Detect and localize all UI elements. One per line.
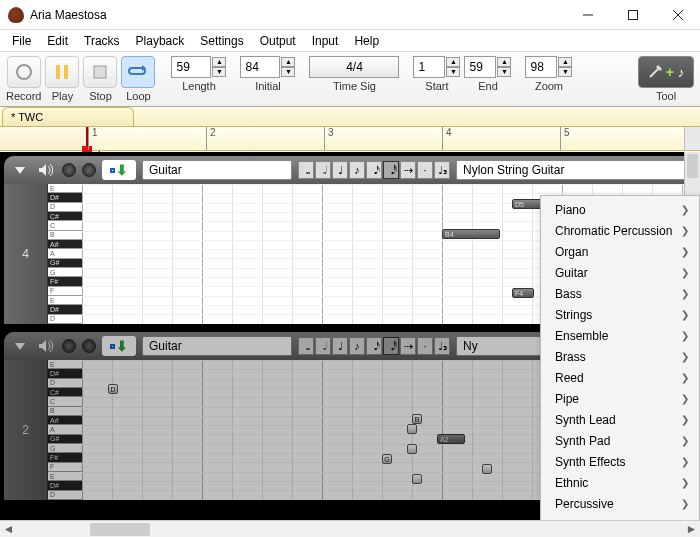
- track-volume-icon[interactable]: [36, 336, 56, 356]
- piano-key-F[interactable]: F: [48, 463, 82, 472]
- menu-settings[interactable]: Settings: [192, 32, 251, 50]
- measure-ruler[interactable]: 4 12345: [0, 127, 700, 151]
- note[interactable]: G: [382, 454, 392, 464]
- note[interactable]: [407, 444, 417, 454]
- piano-key-F#[interactable]: F#: [48, 277, 82, 286]
- track-collapse-button[interactable]: [10, 336, 30, 356]
- track-name-field[interactable]: Guitar: [142, 336, 292, 356]
- menu-item-ensemble[interactable]: Ensemble❯: [541, 325, 699, 346]
- piano-key-C#[interactable]: C#: [48, 388, 82, 397]
- note-value-4[interactable]: 𝅘𝅥𝅯: [366, 337, 382, 355]
- note-value-1[interactable]: 𝅗𝅥: [315, 337, 331, 355]
- menu-output[interactable]: Output: [252, 32, 304, 50]
- maximize-button[interactable]: [610, 0, 655, 29]
- piano-key-B[interactable]: B: [48, 407, 82, 416]
- menu-item-chromatic-percussion[interactable]: Chromatic Percussion❯: [541, 220, 699, 241]
- minimize-button[interactable]: [565, 0, 610, 29]
- menu-playback[interactable]: Playback: [128, 32, 193, 50]
- end-input[interactable]: [464, 56, 496, 78]
- start-spinner[interactable]: ▲▼: [446, 57, 460, 77]
- menu-input[interactable]: Input: [304, 32, 347, 50]
- start-input[interactable]: [413, 56, 445, 78]
- piano-key-B[interactable]: B: [48, 231, 82, 240]
- piano-keys[interactable]: ED#DC#CBA#AG#GF#FED#D: [48, 360, 82, 500]
- piano-key-A#[interactable]: A#: [48, 240, 82, 249]
- menu-file[interactable]: File: [4, 32, 39, 50]
- menu-item-reed[interactable]: Reed❯: [541, 367, 699, 388]
- horizontal-scrollbar[interactable]: ◄ ►: [0, 520, 700, 537]
- menu-item-pipe[interactable]: Pipe❯: [541, 388, 699, 409]
- menu-item-synth-pad[interactable]: Synth Pad❯: [541, 430, 699, 451]
- piano-key-G#[interactable]: G#: [48, 435, 82, 444]
- piano-key-C#[interactable]: C#: [48, 212, 82, 221]
- stop-button[interactable]: [83, 56, 117, 88]
- length-spinner[interactable]: ▲▼: [212, 57, 226, 77]
- menu-tracks[interactable]: Tracks: [76, 32, 128, 50]
- track-solo-button[interactable]: [82, 163, 96, 177]
- piano-key-E[interactable]: E: [48, 184, 82, 193]
- record-button[interactable]: [7, 56, 41, 88]
- piano-key-D[interactable]: D: [48, 203, 82, 212]
- menu-help[interactable]: Help: [346, 32, 387, 50]
- play-button[interactable]: [45, 56, 79, 88]
- vscroll-thumb[interactable]: [687, 154, 698, 178]
- note-value-8[interactable]: ♩₃: [434, 161, 450, 179]
- note-value-0[interactable]: 𝅝: [298, 337, 314, 355]
- piano-key-F#[interactable]: F#: [48, 453, 82, 462]
- piano-key-C[interactable]: C: [48, 221, 82, 230]
- note[interactable]: A2: [437, 434, 465, 444]
- piano-key-D[interactable]: D: [48, 379, 82, 388]
- piano-key-A[interactable]: A: [48, 425, 82, 434]
- piano-key-D#[interactable]: D#: [48, 193, 82, 202]
- note[interactable]: B4: [442, 229, 500, 239]
- note-value-1[interactable]: 𝅗𝅥: [315, 161, 331, 179]
- close-button[interactable]: [655, 0, 700, 29]
- instrument-field[interactable]: Nylon String Guitar: [456, 160, 690, 180]
- piano-key-A#[interactable]: A#: [48, 416, 82, 425]
- piano-key-C[interactable]: C: [48, 397, 82, 406]
- menu-item-ethnic[interactable]: Ethnic❯: [541, 472, 699, 493]
- menu-item-bass[interactable]: Bass❯: [541, 283, 699, 304]
- piano-key-D[interactable]: D: [48, 315, 82, 324]
- piano-key-G[interactable]: G: [48, 268, 82, 277]
- menu-item-synth-effects[interactable]: Synth Effects❯: [541, 451, 699, 472]
- track-mute-button[interactable]: [62, 339, 76, 353]
- note-value-5[interactable]: 𝅘𝅥𝅰: [383, 337, 399, 355]
- menu-item-percussive[interactable]: Percussive❯: [541, 493, 699, 514]
- track-expand-button[interactable]: ⬇: [102, 160, 136, 180]
- track-solo-button[interactable]: [82, 339, 96, 353]
- menu-item-brass[interactable]: Brass❯: [541, 346, 699, 367]
- note[interactable]: D: [108, 384, 118, 394]
- menu-item-guitar[interactable]: Guitar❯: [541, 262, 699, 283]
- timesig-button[interactable]: 4/4: [309, 56, 399, 78]
- track-expand-button[interactable]: ⬇: [102, 336, 136, 356]
- track-volume-icon[interactable]: [36, 160, 56, 180]
- menu-edit[interactable]: Edit: [39, 32, 76, 50]
- menu-item-piano[interactable]: Piano❯: [541, 199, 699, 220]
- note[interactable]: B: [412, 414, 422, 424]
- hscroll-right-arrow[interactable]: ►: [683, 521, 700, 538]
- note-value-6[interactable]: ⇢: [400, 161, 416, 179]
- piano-key-D#[interactable]: D#: [48, 481, 82, 490]
- initial-spinner[interactable]: ▲▼: [281, 57, 295, 77]
- note-value-6[interactable]: ⇢: [400, 337, 416, 355]
- hscroll-thumb[interactable]: [90, 523, 150, 536]
- piano-key-D#[interactable]: D#: [48, 369, 82, 378]
- note-value-2[interactable]: ♩: [332, 337, 348, 355]
- hscroll-left-arrow[interactable]: ◄: [0, 521, 17, 538]
- document-tab[interactable]: * TWC: [2, 107, 134, 126]
- length-input[interactable]: [171, 56, 211, 78]
- note-value-3[interactable]: ♪: [349, 161, 365, 179]
- piano-key-E[interactable]: E: [48, 360, 82, 369]
- note-value-3[interactable]: ♪: [349, 337, 365, 355]
- piano-key-A[interactable]: A: [48, 249, 82, 258]
- piano-key-G[interactable]: G: [48, 444, 82, 453]
- note-value-7[interactable]: ·: [417, 337, 433, 355]
- menu-item-synth-lead[interactable]: Synth Lead❯: [541, 409, 699, 430]
- note-value-4[interactable]: 𝅘𝅥𝅯: [366, 161, 382, 179]
- track-collapse-button[interactable]: [10, 160, 30, 180]
- piano-key-D[interactable]: D: [48, 491, 82, 500]
- track-name-field[interactable]: Guitar: [142, 160, 292, 180]
- piano-key-D#[interactable]: D#: [48, 305, 82, 314]
- note-value-7[interactable]: ·: [417, 161, 433, 179]
